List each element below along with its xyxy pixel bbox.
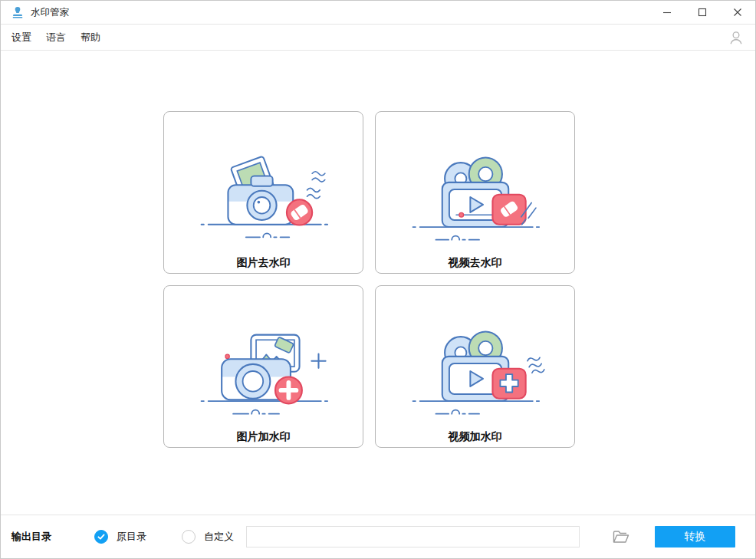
menu-language[interactable]: 语言 [46, 31, 66, 44]
window-controls [649, 1, 755, 24]
card-image-remove-watermark[interactable]: 图片去水印 [163, 111, 363, 274]
app-window: 水印管家 设置 语言 帮助 [0, 0, 756, 559]
card-label: 图片加水印 [237, 430, 291, 444]
output-directory-label: 输出目录 [12, 530, 51, 544]
card-image-add-watermark[interactable]: 图片加水印 [163, 285, 363, 448]
radio-label-original[interactable]: 原目录 [117, 530, 146, 544]
main-area: 图片去水印 [1, 51, 755, 515]
radio-circle-unchecked-icon[interactable] [182, 530, 196, 544]
browse-folder-button[interactable] [612, 529, 630, 544]
card-label: 视频加水印 [449, 430, 502, 444]
convert-button[interactable]: 转换 [655, 526, 735, 547]
open-folder-icon [612, 529, 630, 544]
window-title: 水印管家 [31, 6, 69, 19]
radio-circle-checked-icon[interactable] [94, 530, 108, 544]
radio-label-custom[interactable]: 自定义 [204, 530, 234, 544]
card-video-add-watermark[interactable]: 视频加水印 [375, 285, 575, 448]
app-stamp-icon [11, 5, 25, 19]
card-label: 视频去水印 [449, 256, 502, 270]
maximize-button[interactable] [685, 1, 720, 24]
output-path-input[interactable] [246, 526, 580, 547]
close-button[interactable] [720, 1, 755, 24]
video-add-watermark-illustration [399, 318, 552, 420]
card-video-remove-watermark[interactable]: 视频去水印 [375, 111, 575, 274]
camera-add-watermark-illustration [187, 318, 340, 420]
card-label: 图片去水印 [237, 256, 291, 270]
menubar: 设置 语言 帮助 [1, 25, 755, 51]
menu-settings[interactable]: 设置 [12, 31, 31, 44]
feature-cards: 图片去水印 [163, 111, 755, 448]
user-account-icon[interactable] [728, 29, 744, 46]
titlebar: 水印管家 [1, 1, 755, 25]
minimize-button[interactable] [649, 1, 685, 24]
camera-remove-watermark-illustration [187, 144, 340, 246]
footer-bar: 输出目录 原目录 自定义 转换 [1, 515, 755, 558]
video-remove-watermark-illustration [399, 144, 552, 246]
radio-original-directory[interactable]: 原目录 [94, 530, 146, 544]
radio-custom-directory[interactable]: 自定义 [182, 530, 234, 544]
menu-help[interactable]: 帮助 [81, 31, 100, 44]
